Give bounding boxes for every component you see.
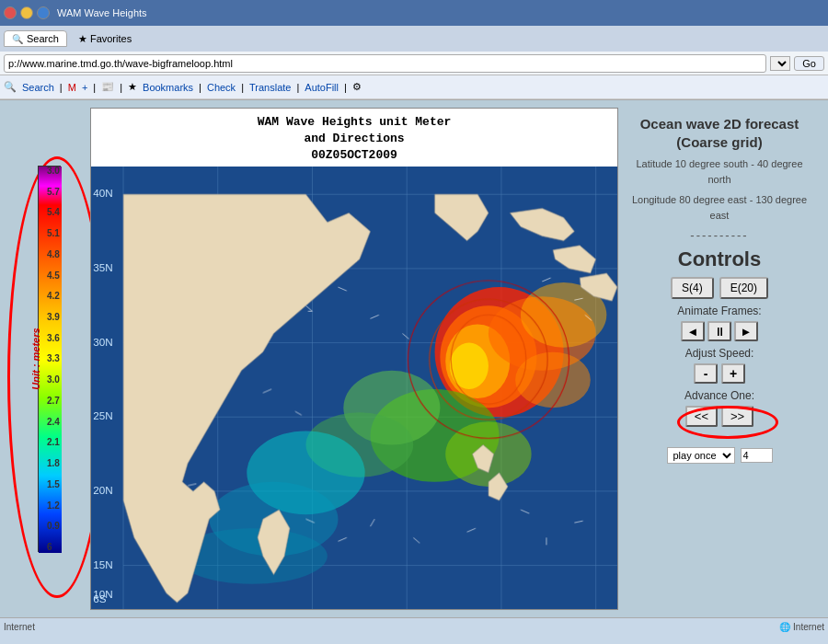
search-link[interactable]: Search — [22, 82, 54, 93]
pause-button[interactable]: ⏸ — [707, 321, 731, 341]
controls-label: Controls — [678, 247, 761, 271]
svg-text:40N: 40N — [93, 189, 112, 199]
frame-input[interactable] — [741, 448, 773, 463]
bottom-bar: play once loop bounce — [667, 447, 773, 464]
star-icon: ★ — [128, 81, 137, 93]
svg-text:30N: 30N — [93, 337, 112, 347]
next-frame-button[interactable]: ► — [734, 321, 758, 341]
feed-icon: 📰 — [101, 81, 114, 93]
svg-point-28 — [515, 351, 591, 407]
legend-labels: 3.0 5.7 5.4 5.1 4.8 4.5 4.2 3.9 3.6 3.3 … — [47, 166, 60, 552]
status-text: Internet — [4, 622, 35, 632]
controls-title: Ocean wave 2D forecast (Coarse grid) — [626, 115, 813, 151]
unit-label: Unit : meters — [30, 328, 41, 389]
close-button[interactable] — [4, 6, 17, 19]
legend-panel: 3.0 5.7 5.4 5.1 4.8 4.5 4.2 3.9 3.6 3.3 … — [7, 108, 90, 610]
speed-plus-button[interactable]: + — [721, 363, 745, 384]
play-select[interactable]: play once loop bounce — [667, 447, 735, 464]
svg-text:35N: 35N — [93, 262, 112, 272]
advance-back-button[interactable]: << — [685, 406, 718, 427]
maximize-button[interactable] — [37, 6, 50, 19]
s4-button[interactable]: S(4) — [671, 277, 714, 299]
animate-section: Animate Frames: ◄ ⏸ ► — [626, 305, 813, 341]
advance-forward-button[interactable]: >> — [721, 406, 753, 427]
prev-frame-button[interactable]: ◄ — [681, 321, 705, 341]
speed-minus-button[interactable]: - — [694, 363, 718, 384]
search-icon: 🔍 — [4, 81, 17, 93]
minimize-button[interactable] — [20, 6, 33, 19]
go-button[interactable]: Go — [794, 56, 824, 71]
map-area: 40N 35N 30N 25N 20N 15N 10N 6S — [91, 167, 617, 610]
search-tab[interactable]: 🔍 Search — [4, 30, 67, 47]
bookmarks-link[interactable]: Bookmarks — [143, 82, 193, 93]
autofill-link[interactable]: AutoFill — [305, 82, 339, 93]
lon-info: Longitude 80 degree east - 130 degree ea… — [626, 192, 813, 223]
map-panel: WAM Wave Heights unit Meter and Directio… — [90, 108, 618, 610]
advance-label: Advance One: — [684, 389, 754, 402]
search-tab-label: Search — [27, 33, 59, 44]
url-dropdown[interactable] — [770, 56, 790, 71]
animate-label: Animate Frames: — [677, 305, 761, 317]
gmail-link[interactable]: + — [82, 82, 87, 93]
speed-section: Adjust Speed: - + — [626, 347, 813, 384]
favorites-link[interactable]: ★ Favorites — [78, 33, 132, 45]
advance-section: Advance One: << >> — [684, 389, 754, 427]
speed-label: Adjust Speed: — [685, 347, 754, 360]
svg-text:25N: 25N — [93, 411, 112, 421]
e20-button[interactable]: E(20) — [719, 277, 768, 299]
map-title: WAM Wave Heights unit Meter and Directio… — [91, 109, 617, 167]
url-input[interactable] — [4, 54, 766, 73]
internet-indicator: 🌐 Internet — [779, 622, 824, 632]
controls-panel: Ocean wave 2D forecast (Coarse grid) Lat… — [618, 108, 821, 610]
svg-text:15N: 15N — [93, 559, 112, 569]
gmail-icon: M — [68, 82, 76, 93]
search-tab-icon: 🔍 — [12, 34, 23, 44]
divider: ---------- — [690, 228, 748, 242]
status-bar: Internet 🌐 Internet — [0, 617, 828, 636]
settings-icon[interactable]: ⚙ — [352, 81, 362, 93]
lat-info: Latitude 10 degree south - 40 degree nor… — [626, 156, 813, 187]
svg-text:20N: 20N — [93, 485, 112, 495]
window-title: WAM Wave Heights — [57, 7, 824, 18]
svg-text:6S: 6S — [93, 593, 106, 604]
translate-link[interactable]: Translate — [249, 82, 291, 93]
check-link[interactable]: Check — [207, 82, 236, 93]
